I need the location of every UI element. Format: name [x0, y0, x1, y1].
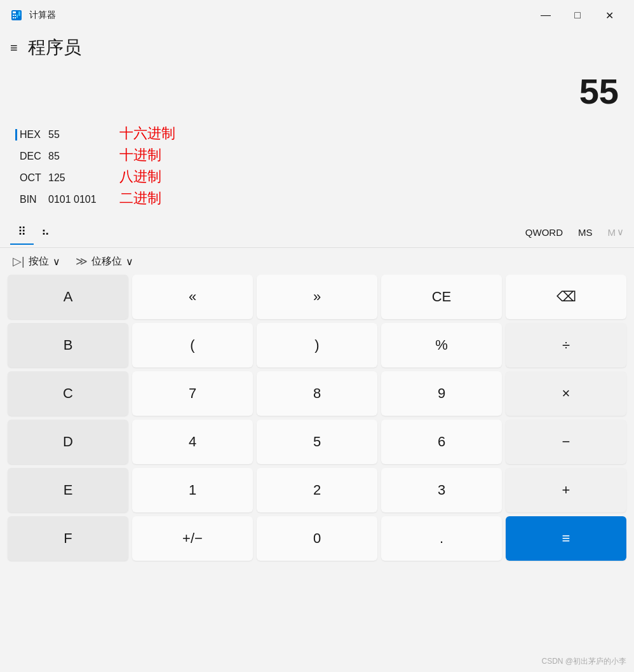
btn-8[interactable]: 8 [257, 371, 377, 416]
bitwise-label: 按位 [29, 255, 49, 268]
oct-label: OCT [15, 172, 41, 184]
bitwise-chevron: ∨ [53, 256, 60, 268]
app-icon [10, 9, 23, 22]
hex-row: HEX 55 十六进制 [15, 123, 619, 144]
dec-label: DEC [15, 151, 41, 162]
ms-button[interactable]: MS [578, 227, 593, 238]
btn-multiply[interactable]: × [506, 371, 626, 416]
btn-backspace[interactable]: ⌫ [506, 275, 626, 319]
btn-c[interactable]: C [8, 371, 128, 416]
btn-negate[interactable]: +/− [132, 516, 253, 561]
btn-ce[interactable]: CE [381, 275, 502, 319]
svg-rect-5 [13, 17, 14, 18]
calc-row-4: D 4 5 6 − [8, 420, 626, 464]
btn-9[interactable]: 9 [381, 371, 502, 416]
calc-row-2: B ( ) % ÷ [8, 323, 626, 367]
bitshift-label: 位移位 [91, 255, 122, 268]
maximize-button[interactable]: □ [563, 5, 592, 25]
display-area: 55 [0, 70, 634, 118]
titlebar: 计算器 — □ ✕ [0, 0, 634, 31]
btn-divide[interactable]: ÷ [506, 323, 626, 367]
calc-grid: A « » CE ⌫ B ( ) % ÷ C 7 8 9 × D 4 5 6 −… [0, 275, 634, 561]
titlebar-left: 计算器 [10, 9, 56, 22]
base-display: HEX 55 十六进制 DEC 85 十进制 OCT 125 八进制 BIN 0… [0, 118, 634, 217]
svg-rect-8 [18, 11, 20, 16]
btn-2[interactable]: 2 [257, 468, 377, 512]
toolbar-row: ⠿ ⠦ QWORD MS M ∨ [0, 217, 634, 248]
btn-close-paren[interactable]: ) [257, 323, 377, 367]
close-button[interactable]: ✕ [595, 5, 624, 25]
calc-row-3: C 7 8 9 × [8, 371, 626, 416]
calc-row-6: F +/− 0 . ≡ [8, 516, 626, 561]
bin-annotation: 二进制 [119, 189, 161, 208]
header: ≡ 程序员 [0, 31, 634, 70]
btn-6[interactable]: 6 [381, 420, 502, 464]
btn-lshift[interactable]: « [132, 275, 253, 319]
qword-button[interactable]: QWORD [525, 227, 563, 238]
dec-annotation: 十进制 [119, 146, 161, 165]
svg-rect-7 [17, 15, 18, 18]
oct-row: OCT 125 八进制 [15, 166, 619, 188]
mv-button[interactable]: M ∨ [608, 226, 624, 238]
bin-label: BIN [15, 194, 41, 205]
calc-row-1: A « » CE ⌫ [8, 275, 626, 319]
oct-annotation: 八进制 [119, 167, 161, 186]
mode-title: 程序员 [28, 36, 81, 60]
hex-annotation: 十六进制 [119, 124, 175, 143]
btn-e[interactable]: E [8, 468, 128, 512]
btn-equals[interactable]: ≡ [506, 516, 626, 561]
hex-label: HEX [15, 129, 41, 141]
btn-3[interactable]: 3 [381, 468, 502, 512]
bitshift-icon: ≫ [76, 254, 88, 268]
btn-open-paren[interactable]: ( [132, 323, 253, 367]
minimize-button[interactable]: — [531, 5, 560, 25]
btn-dot[interactable]: . [381, 516, 502, 561]
bitshift-row: ▷| 按位 ∨ ≫ 位移位 ∨ [0, 248, 634, 275]
bit-toggle-icon[interactable]: ⠦ [34, 219, 57, 245]
watermark: CSDN @初出茅庐的小李 [541, 656, 626, 667]
calc-row-5: E 1 2 3 + [8, 468, 626, 512]
toolbar-right: QWORD MS M ∨ [525, 226, 624, 238]
dec-row: DEC 85 十进制 [15, 144, 619, 166]
bitwise-icon: ▷| [13, 254, 25, 268]
main-display: 55 [15, 70, 619, 113]
btn-d[interactable]: D [8, 420, 128, 464]
btn-7[interactable]: 7 [132, 371, 253, 416]
btn-4[interactable]: 4 [132, 420, 253, 464]
svg-rect-2 [13, 15, 14, 16]
bin-value: 0101 0101 [48, 194, 99, 205]
bitwise-button[interactable]: ▷| 按位 ∨ [13, 254, 60, 268]
btn-b[interactable]: B [8, 323, 128, 367]
bitshift-button[interactable]: ≫ 位移位 ∨ [76, 254, 133, 268]
btn-a[interactable]: A [8, 275, 128, 319]
oct-value: 125 [48, 172, 99, 184]
titlebar-app-name: 计算器 [29, 10, 56, 21]
btn-subtract[interactable]: − [506, 420, 626, 464]
btn-f[interactable]: F [8, 516, 128, 561]
hex-value: 55 [48, 129, 99, 141]
bin-row: BIN 0101 0101 二进制 [15, 188, 619, 209]
svg-rect-3 [15, 15, 16, 16]
dec-value: 85 [48, 151, 99, 162]
titlebar-controls: — □ ✕ [531, 5, 624, 25]
bitshift-chevron: ∨ [126, 256, 133, 268]
menu-icon[interactable]: ≡ [10, 41, 18, 55]
btn-0[interactable]: 0 [257, 516, 377, 561]
btn-percent[interactable]: % [381, 323, 502, 367]
svg-rect-1 [13, 11, 16, 13]
svg-rect-6 [15, 17, 16, 18]
digit-grouping-icon[interactable]: ⠿ [10, 219, 34, 245]
btn-5[interactable]: 5 [257, 420, 377, 464]
btn-add[interactable]: + [506, 468, 626, 512]
btn-1[interactable]: 1 [132, 468, 253, 512]
btn-rshift[interactable]: » [257, 275, 377, 319]
